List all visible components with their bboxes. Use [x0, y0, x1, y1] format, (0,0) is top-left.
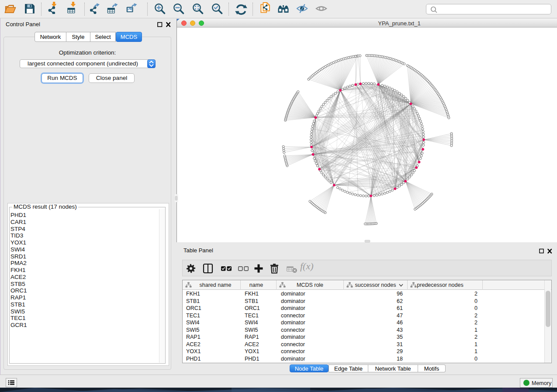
svg-text:Memory: Memory: [532, 380, 552, 386]
